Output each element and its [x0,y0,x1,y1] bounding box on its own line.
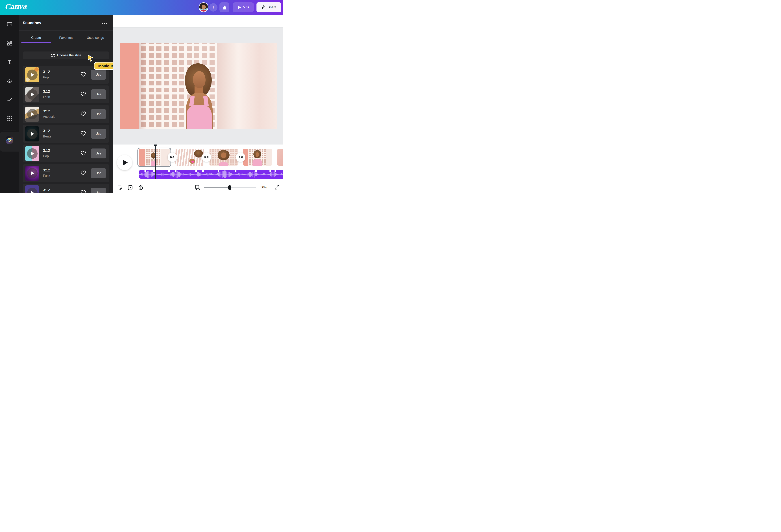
text-icon: T [7,59,12,65]
play-icon [31,73,34,77]
waveform-section-notch [235,170,237,172]
more-icon [102,23,103,24]
playhead-handle[interactable] [154,145,157,148]
song-row: 3:12 Acoustic Use [23,105,109,123]
timeline-clip[interactable] [277,149,283,166]
avatar[interactable] [199,2,208,12]
song-duration: 3:12 [43,109,50,113]
transition-button[interactable] [202,153,211,162]
use-song-button[interactable]: Use [91,168,106,178]
sidebar-item-text[interactable]: T [0,56,19,68]
song-thumbnail-play[interactable] [25,126,39,141]
song-thumbnail-play[interactable] [25,185,39,193]
elements-icon [7,40,12,46]
timeline-clip[interactable] [209,149,238,166]
canva-logo[interactable]: Canva [4,2,27,11]
favorite-heart-icon[interactable] [81,72,86,77]
transition-bowtie-icon [238,155,243,160]
waveform-section-notch [255,170,257,172]
video-duration: 5.0s [243,5,249,9]
photo-wall-right [217,43,277,129]
use-song-button[interactable]: Use [91,188,106,193]
sidebar-rail: T S [0,15,19,193]
song-thumbnail-play[interactable] [25,107,39,122]
play-icon [31,112,34,116]
timeline-play-button[interactable] [117,155,132,170]
soundraw-panel: Soundraw Create Favorites Used songs Cho… [19,15,113,193]
song-duration: 3:12 [43,70,50,74]
zoom-percent[interactable]: 50% [260,186,267,189]
tab-used-songs[interactable]: Used songs [87,36,104,40]
song-thumbnail-play[interactable] [25,87,39,102]
timeline-clip[interactable] [243,149,272,166]
timeline-clip[interactable] [175,149,204,166]
song-row: 3:12 Pop Use [23,145,109,162]
canvas-top-margin [113,15,283,28]
choose-style-button[interactable]: Choose the style [23,51,109,59]
sidebar-item-design[interactable] [0,18,19,30]
favorite-heart-icon[interactable] [81,131,86,136]
use-song-button[interactable]: Use [91,70,106,80]
grid-view-button[interactable] [195,185,200,190]
photo-wall-left [120,43,139,129]
share-upload-icon [261,5,266,10]
favorite-heart-icon[interactable] [81,190,86,193]
transition-button[interactable] [168,153,177,162]
active-tab-underline [21,42,51,43]
use-song-button[interactable]: Use [91,89,106,99]
fullscreen-icon[interactable] [275,185,280,190]
choose-style-label: Choose the style [57,53,81,57]
video-preview-button[interactable] [127,185,133,190]
song-duration: 3:12 [43,149,50,153]
more-options-button[interactable] [102,22,110,25]
song-duration: 3:12 [43,188,50,192]
waveform-section-notch [196,170,197,172]
zoom-slider-knob[interactable] [228,185,231,190]
song-genre: Latin [43,95,50,99]
sidebar-item-elements[interactable] [0,37,19,49]
waveform-section-notch [145,170,146,172]
canva-editor: Canva + 5.0s Share [0,0,283,193]
song-duration: 3:12 [43,129,50,133]
video-page-preview[interactable] [120,43,277,129]
song-genre: Pop [43,154,49,158]
transition-button[interactable] [236,153,245,162]
use-song-button[interactable]: Use [91,109,106,119]
song-thumbnail-play[interactable] [25,67,39,82]
waveform-section-notch [202,170,204,172]
favorite-heart-icon[interactable] [81,111,86,116]
favorite-heart-icon[interactable] [81,151,86,156]
duration-stopwatch-button[interactable] [138,185,143,190]
sidebar-item-apps[interactable] [0,113,19,124]
share-button[interactable]: Share [256,2,281,12]
song-thumbnail-play[interactable] [25,166,39,181]
tab-favorites[interactable]: Favorites [59,36,73,40]
playhead-line [155,146,156,179]
sidebar-item-soundraw-app[interactable]: S [6,136,13,144]
favorite-heart-icon[interactable] [81,92,86,97]
play-icon [123,160,128,165]
use-song-button[interactable]: Use [91,129,106,139]
song-thumbnail-play[interactable] [25,146,39,161]
audio-track-waveform[interactable] [139,170,283,179]
play-icon [237,5,241,9]
song-genre: Pop [43,76,49,79]
preview-play-button[interactable]: 5.0s [233,2,254,12]
waveform-section-notch [153,170,155,172]
collaborator-cursor-icon [87,54,94,62]
panel-title: Soundraw [23,21,41,25]
plus-icon: + [212,4,215,10]
favorite-heart-icon[interactable] [81,170,86,175]
add-collaborator-button[interactable]: + [209,3,217,11]
photo-woman-face [193,71,206,88]
insights-button[interactable] [219,2,230,12]
song-duration: 3:12 [43,168,50,172]
notes-button[interactable] [117,185,123,190]
sidebar-item-uploads[interactable] [0,75,19,87]
rail-divider [3,130,16,130]
canvas-area [113,15,283,145]
timeline-clip-selected[interactable] [137,148,171,167]
sidebar-item-draw[interactable] [0,94,19,105]
tab-create[interactable]: Create [31,36,41,40]
use-song-button[interactable]: Use [91,149,106,158]
